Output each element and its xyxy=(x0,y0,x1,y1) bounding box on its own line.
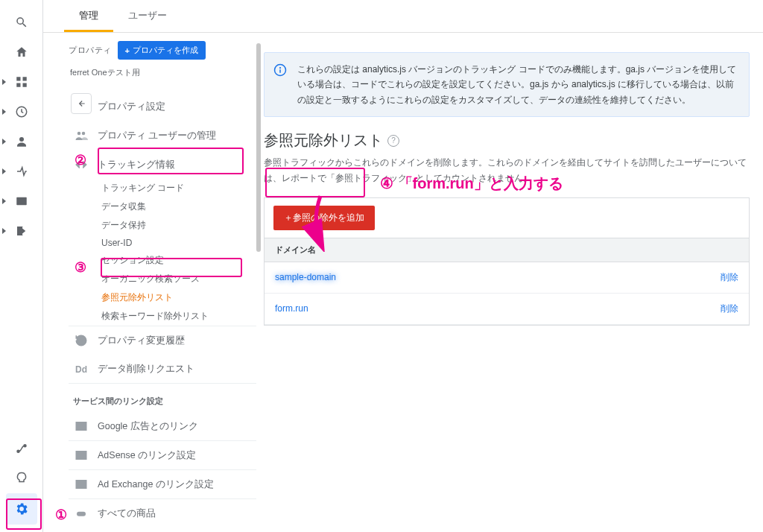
svg-rect-2 xyxy=(16,83,20,87)
domain-cell[interactable]: form.run xyxy=(265,294,659,323)
annotation-num-4: ④ xyxy=(380,175,393,191)
nav-label: Ad Exchange のリンク設定 xyxy=(98,478,214,491)
svg-point-8 xyxy=(24,445,26,447)
nav-property-settings[interactable]: プロパティ設定 xyxy=(69,92,256,121)
products-icon xyxy=(73,507,89,520)
info-banner: これらの設定は analytics.js バージョンのトラッキング コードでのみ… xyxy=(264,52,750,117)
delete-link[interactable]: 削除 xyxy=(659,294,749,324)
search-icon[interactable] xyxy=(13,13,31,31)
nav-data-delete[interactable]: Dd データ削除リクエスト xyxy=(69,355,256,383)
info-text: これらの設定は analytics.js バージョンのトラッキング コードでのみ… xyxy=(297,64,736,105)
sub-referral-exclusion[interactable]: 参照元除外リスト xyxy=(101,288,256,307)
svg-rect-17 xyxy=(76,481,86,489)
link-icon xyxy=(73,478,89,491)
svg-rect-1 xyxy=(22,77,26,80)
table-row: sample-domain 削除 xyxy=(265,262,749,294)
sub-keyword-exclusion[interactable]: 検索キーワード除外リスト xyxy=(101,307,256,326)
nav-label: Google 広告とのリンク xyxy=(98,420,198,433)
midcol-scrollbar[interactable] xyxy=(256,43,261,252)
tracking-sublist: トラッキング コード データ収集 データ保持 User-ID セッション設定 オ… xyxy=(69,179,256,326)
annotation-caption-4: 「form.run」と入力する xyxy=(398,175,563,191)
left-rail xyxy=(0,0,43,532)
nav-google-ads-link[interactable]: Google 広告とのリンク xyxy=(69,411,256,440)
svg-point-11 xyxy=(77,132,81,136)
annotation-num-2: ② xyxy=(75,152,86,168)
admin-gear-icon[interactable] xyxy=(6,493,37,525)
link-icon xyxy=(73,419,89,433)
nav-label: データ削除リクエスト xyxy=(98,363,194,376)
tab-user[interactable]: ユーザー xyxy=(113,0,182,32)
history-icon xyxy=(73,334,89,347)
property-label: プロパティ xyxy=(69,45,112,56)
sub-session-settings[interactable]: セッション設定 xyxy=(101,251,256,270)
nav-adexchange-link[interactable]: Ad Exchange のリンク設定 xyxy=(69,469,256,498)
annotation-arrow xyxy=(298,192,343,252)
sub-organic-sources[interactable]: オーガニック検索ソース xyxy=(101,270,256,288)
svg-rect-0 xyxy=(16,77,20,80)
link-icon xyxy=(73,449,89,462)
discover-icon[interactable] xyxy=(13,469,31,487)
nav-behavior-icon[interactable] xyxy=(13,192,31,210)
tab-admin[interactable]: 管理 xyxy=(64,0,113,32)
svg-point-5 xyxy=(19,137,24,142)
page-title: 参照元除外リスト ? xyxy=(264,130,750,151)
annotation-text-4: ④ 「form.run」と入力する xyxy=(380,174,563,194)
nav-tracking-info[interactable]: トラッキング情報 xyxy=(69,150,256,179)
property-name[interactable]: ferret Oneテスト用 xyxy=(70,67,256,78)
svg-point-21 xyxy=(279,67,281,69)
link-section-label: サービス間のリンク設定 xyxy=(69,383,256,411)
sub-data-collection[interactable]: データ収集 xyxy=(101,197,256,216)
nav-label: すべての商品 xyxy=(98,507,156,520)
svg-rect-13 xyxy=(76,422,86,431)
svg-point-7 xyxy=(17,450,19,452)
attribution-icon[interactable] xyxy=(13,440,31,457)
home-icon[interactable] xyxy=(13,43,31,61)
svg-rect-15 xyxy=(76,452,86,460)
svg-rect-22 xyxy=(279,69,281,73)
help-icon[interactable]: ? xyxy=(387,135,399,147)
nav-conversions-icon[interactable] xyxy=(13,222,31,240)
back-button[interactable] xyxy=(71,93,92,114)
sub-tracking-code[interactable]: トラッキング コード xyxy=(101,179,256,197)
delete-link[interactable]: 削除 xyxy=(659,262,749,293)
nav-realtime-icon[interactable] xyxy=(13,103,31,121)
sub-data-retention[interactable]: データ保持 xyxy=(101,216,256,235)
create-property-button[interactable]: プロパティを作成 xyxy=(118,41,206,60)
nav-property-users[interactable]: プロパティ ユーザーの管理 xyxy=(69,121,256,150)
table-row: form.run 削除 xyxy=(265,294,749,325)
svg-rect-19 xyxy=(77,512,86,516)
annotation-num-1: ① xyxy=(55,507,67,523)
property-column: プロパティ プロパティを作成 ferret Oneテスト用 プロパティ設定 プロ… xyxy=(69,41,256,525)
page-title-text: 参照元除外リスト xyxy=(264,130,383,151)
nav-label: AdSense のリンク設定 xyxy=(98,449,196,462)
dd-icon: Dd xyxy=(73,364,89,375)
nav-acquisition-icon[interactable] xyxy=(13,162,31,180)
annotation-num-3: ③ xyxy=(75,259,86,276)
users-icon xyxy=(73,129,89,142)
nav-audience-icon[interactable] xyxy=(13,133,31,151)
domain-cell[interactable]: sample-domain xyxy=(265,263,659,291)
nav-adsense-link[interactable]: AdSense のリンク設定 xyxy=(69,440,256,469)
nav-all-products[interactable]: すべての商品 xyxy=(69,498,256,525)
info-icon xyxy=(273,63,287,77)
svg-point-12 xyxy=(82,132,86,136)
svg-rect-6 xyxy=(16,197,27,206)
nav-label: プロパティ変更履歴 xyxy=(98,335,185,347)
sub-user-id[interactable]: User-ID xyxy=(101,235,256,251)
nav-dashboards-icon[interactable] xyxy=(13,73,31,91)
svg-rect-3 xyxy=(22,83,26,87)
nav-label: トラッキング情報 xyxy=(98,159,175,171)
nav-change-history[interactable]: プロパティ変更履歴 xyxy=(69,326,256,355)
nav-label: プロパティ設定 xyxy=(98,101,165,113)
admin-tabs: 管理 ユーザー xyxy=(43,0,763,33)
nav-label: プロパティ ユーザーの管理 xyxy=(98,130,216,142)
